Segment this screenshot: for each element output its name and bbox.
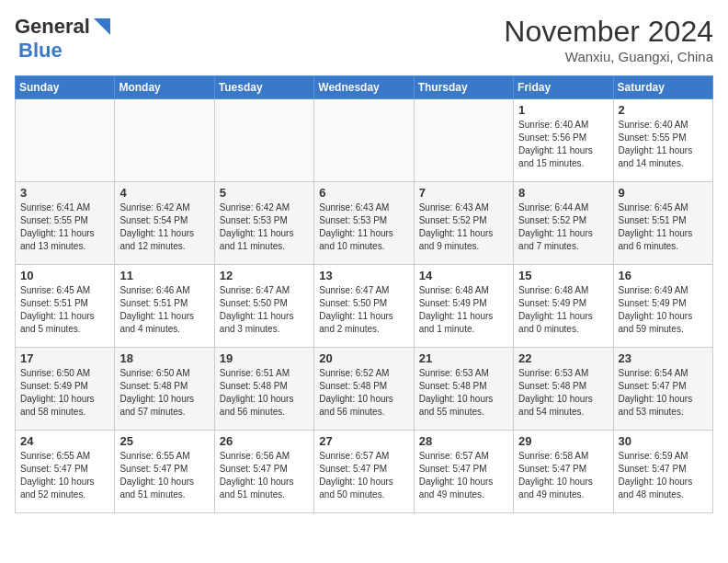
cell-content: Sunrise: 6:44 AM Sunset: 5:52 PM Dayligh… (518, 201, 608, 253)
svg-marker-0 (94, 18, 110, 35)
logo: General Blue (15, 15, 112, 63)
location: Wanxiu, Guangxi, China (504, 49, 713, 64)
table-cell (314, 99, 414, 182)
header-monday: Monday (115, 76, 214, 99)
day-number: 26 (220, 434, 309, 448)
day-number: 4 (119, 186, 209, 200)
day-number: 7 (419, 186, 508, 200)
day-number: 8 (518, 186, 608, 200)
table-cell: 5Sunrise: 6:42 AM Sunset: 5:53 PM Daylig… (214, 182, 313, 265)
day-number: 2 (619, 103, 708, 117)
table-cell (16, 99, 115, 182)
table-cell: 13Sunrise: 6:47 AM Sunset: 5:50 PM Dayli… (314, 265, 414, 348)
table-cell: 9Sunrise: 6:45 AM Sunset: 5:51 PM Daylig… (613, 182, 712, 265)
cell-content: Sunrise: 6:41 AM Sunset: 5:55 PM Dayligh… (20, 201, 109, 253)
logo-icon (92, 17, 112, 37)
day-number: 28 (419, 434, 508, 448)
table-cell: 10Sunrise: 6:45 AM Sunset: 5:51 PM Dayli… (16, 265, 115, 348)
cell-content: Sunrise: 6:59 AM Sunset: 5:47 PM Dayligh… (619, 450, 708, 501)
cell-content: Sunrise: 6:51 AM Sunset: 5:48 PM Dayligh… (220, 367, 309, 419)
table-cell: 3Sunrise: 6:41 AM Sunset: 5:55 PM Daylig… (16, 182, 115, 265)
table-cell: 29Sunrise: 6:58 AM Sunset: 5:47 PM Dayli… (514, 431, 613, 513)
day-number: 3 (20, 186, 109, 200)
day-number: 10 (20, 269, 109, 282)
cell-content: Sunrise: 6:43 AM Sunset: 5:52 PM Dayligh… (419, 201, 508, 253)
day-number: 5 (220, 186, 309, 200)
table-cell: 20Sunrise: 6:52 AM Sunset: 5:48 PM Dayli… (314, 348, 414, 431)
cell-content: Sunrise: 6:48 AM Sunset: 5:49 PM Dayligh… (518, 284, 608, 336)
header-thursday: Thursday (414, 76, 513, 99)
table-cell: 27Sunrise: 6:57 AM Sunset: 5:47 PM Dayli… (314, 431, 414, 513)
cell-content: Sunrise: 6:50 AM Sunset: 5:49 PM Dayligh… (20, 367, 109, 419)
table-cell: 28Sunrise: 6:57 AM Sunset: 5:47 PM Dayli… (414, 431, 513, 513)
day-number: 12 (220, 269, 309, 282)
table-cell: 26Sunrise: 6:56 AM Sunset: 5:47 PM Dayli… (214, 431, 313, 513)
cell-content: Sunrise: 6:55 AM Sunset: 5:47 PM Dayligh… (119, 450, 209, 501)
table-cell: 11Sunrise: 6:46 AM Sunset: 5:51 PM Dayli… (115, 265, 214, 348)
cell-content: Sunrise: 6:56 AM Sunset: 5:47 PM Dayligh… (220, 450, 309, 501)
week-row-2: 3Sunrise: 6:41 AM Sunset: 5:55 PM Daylig… (16, 182, 713, 265)
day-number: 27 (319, 434, 408, 448)
day-number: 11 (119, 269, 209, 282)
table-cell: 7Sunrise: 6:43 AM Sunset: 5:52 PM Daylig… (414, 182, 513, 265)
day-number: 24 (20, 434, 109, 448)
calendar-header-row: SundayMondayTuesdayWednesdayThursdayFrid… (16, 76, 713, 99)
table-cell: 8Sunrise: 6:44 AM Sunset: 5:52 PM Daylig… (514, 182, 613, 265)
table-cell: 1Sunrise: 6:40 AM Sunset: 5:56 PM Daylig… (514, 99, 613, 182)
day-number: 14 (419, 269, 508, 282)
cell-content: Sunrise: 6:49 AM Sunset: 5:49 PM Dayligh… (619, 284, 708, 336)
cell-content: Sunrise: 6:58 AM Sunset: 5:47 PM Dayligh… (518, 450, 608, 501)
header-tuesday: Tuesday (214, 76, 313, 99)
cell-content: Sunrise: 6:55 AM Sunset: 5:47 PM Dayligh… (20, 450, 109, 501)
cell-content: Sunrise: 6:40 AM Sunset: 5:55 PM Dayligh… (619, 119, 708, 170)
day-number: 6 (319, 186, 408, 200)
week-row-3: 10Sunrise: 6:45 AM Sunset: 5:51 PM Dayli… (16, 265, 713, 348)
table-cell: 4Sunrise: 6:42 AM Sunset: 5:54 PM Daylig… (115, 182, 214, 265)
calendar-table: SundayMondayTuesdayWednesdayThursdayFrid… (15, 75, 713, 513)
day-number: 13 (319, 269, 408, 282)
cell-content: Sunrise: 6:54 AM Sunset: 5:47 PM Dayligh… (619, 367, 708, 419)
table-cell: 24Sunrise: 6:55 AM Sunset: 5:47 PM Dayli… (16, 431, 115, 513)
month-title: November 2024 (504, 15, 713, 49)
day-number: 20 (319, 351, 408, 365)
day-number: 1 (518, 103, 608, 117)
day-number: 29 (518, 434, 608, 448)
table-cell: 15Sunrise: 6:48 AM Sunset: 5:49 PM Dayli… (514, 265, 613, 348)
cell-content: Sunrise: 6:57 AM Sunset: 5:47 PM Dayligh… (419, 450, 508, 501)
week-row-1: 1Sunrise: 6:40 AM Sunset: 5:56 PM Daylig… (16, 99, 713, 182)
cell-content: Sunrise: 6:42 AM Sunset: 5:54 PM Dayligh… (119, 201, 209, 253)
day-number: 22 (518, 351, 608, 365)
week-row-4: 17Sunrise: 6:50 AM Sunset: 5:49 PM Dayli… (16, 348, 713, 431)
table-cell (115, 99, 214, 182)
cell-content: Sunrise: 6:45 AM Sunset: 5:51 PM Dayligh… (20, 284, 109, 336)
cell-content: Sunrise: 6:43 AM Sunset: 5:53 PM Dayligh… (319, 201, 408, 253)
table-cell: 12Sunrise: 6:47 AM Sunset: 5:50 PM Dayli… (214, 265, 313, 348)
cell-content: Sunrise: 6:53 AM Sunset: 5:48 PM Dayligh… (419, 367, 508, 419)
day-number: 9 (619, 186, 708, 200)
day-number: 19 (220, 351, 309, 365)
cell-content: Sunrise: 6:45 AM Sunset: 5:51 PM Dayligh… (619, 201, 708, 253)
table-cell: 14Sunrise: 6:48 AM Sunset: 5:49 PM Dayli… (414, 265, 513, 348)
header-wednesday: Wednesday (314, 76, 414, 99)
week-row-5: 24Sunrise: 6:55 AM Sunset: 5:47 PM Dayli… (16, 431, 713, 513)
day-number: 30 (619, 434, 708, 448)
day-number: 23 (619, 351, 708, 365)
table-cell (214, 99, 313, 182)
cell-content: Sunrise: 6:57 AM Sunset: 5:47 PM Dayligh… (319, 450, 408, 501)
table-cell: 16Sunrise: 6:49 AM Sunset: 5:49 PM Dayli… (613, 265, 712, 348)
table-cell: 21Sunrise: 6:53 AM Sunset: 5:48 PM Dayli… (414, 348, 513, 431)
table-cell: 17Sunrise: 6:50 AM Sunset: 5:49 PM Dayli… (16, 348, 115, 431)
header-saturday: Saturday (613, 76, 712, 99)
table-cell (414, 99, 513, 182)
cell-content: Sunrise: 6:50 AM Sunset: 5:48 PM Dayligh… (119, 367, 209, 419)
cell-content: Sunrise: 6:46 AM Sunset: 5:51 PM Dayligh… (119, 284, 209, 336)
title-area: November 2024 Wanxiu, Guangxi, China (504, 15, 713, 64)
table-cell: 25Sunrise: 6:55 AM Sunset: 5:47 PM Dayli… (115, 431, 214, 513)
cell-content: Sunrise: 6:53 AM Sunset: 5:48 PM Dayligh… (518, 367, 608, 419)
day-number: 21 (419, 351, 508, 365)
table-cell: 18Sunrise: 6:50 AM Sunset: 5:48 PM Dayli… (115, 348, 214, 431)
cell-content: Sunrise: 6:52 AM Sunset: 5:48 PM Dayligh… (319, 367, 408, 419)
day-number: 15 (518, 269, 608, 282)
cell-content: Sunrise: 6:47 AM Sunset: 5:50 PM Dayligh… (319, 284, 408, 336)
table-cell: 6Sunrise: 6:43 AM Sunset: 5:53 PM Daylig… (314, 182, 414, 265)
